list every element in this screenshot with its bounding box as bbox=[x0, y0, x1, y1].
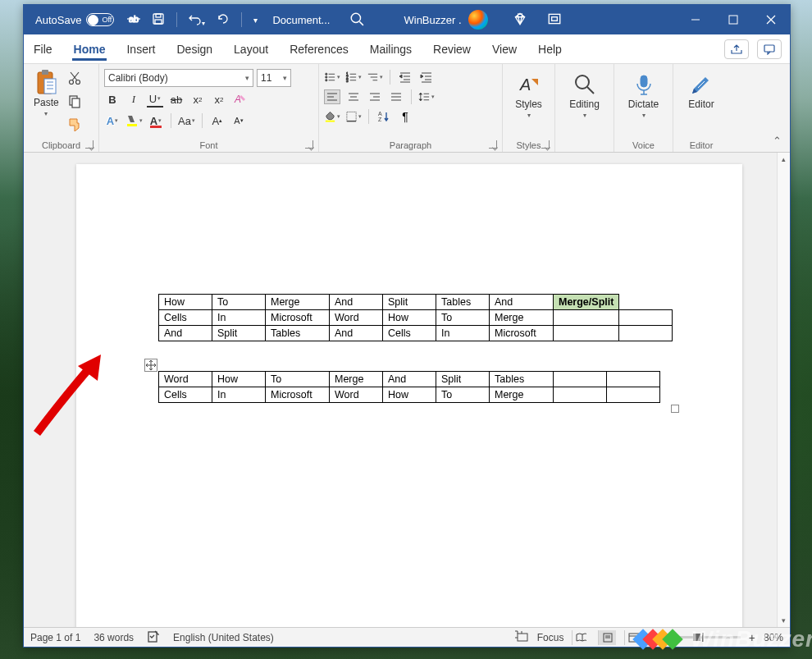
toggle-switch[interactable]: Off bbox=[86, 13, 114, 26]
table-row[interactable]: HowToMergeAndSplitTablesAndMerge/Split bbox=[159, 295, 673, 310]
clear-formatting-button[interactable]: A bbox=[232, 91, 249, 108]
font-color-button[interactable]: A bbox=[148, 112, 164, 129]
document-table-1[interactable]: HowToMergeAndSplitTablesAndMerge/Split C… bbox=[158, 294, 673, 341]
title-bar: AutoSave Off ab ▾ ▾ Document... WinBuzze… bbox=[24, 5, 790, 34]
sort-button[interactable]: AZ bbox=[376, 109, 392, 124]
table-row[interactable]: WordHowToMergeAndSplitTables bbox=[159, 372, 660, 387]
svg-point-29 bbox=[326, 76, 327, 78]
table-row[interactable]: CellsInMicrosoftWordHowToMerge bbox=[159, 310, 673, 326]
qat-dropdown-icon[interactable]: ▾ bbox=[253, 16, 258, 25]
redo-icon[interactable] bbox=[217, 12, 230, 28]
group-editor: Editor Editor bbox=[673, 64, 729, 152]
save-icon[interactable] bbox=[152, 12, 165, 28]
read-mode-icon[interactable] bbox=[572, 630, 590, 645]
dialog-launcher[interactable] bbox=[489, 140, 497, 149]
tab-review[interactable]: Review bbox=[431, 38, 472, 61]
ribbon-tabs: File Home Insert Design Layout Reference… bbox=[24, 34, 790, 64]
table-resize-handle[interactable] bbox=[671, 405, 679, 413]
cut-icon[interactable] bbox=[67, 71, 82, 89]
font-size-combo[interactable]: 11 bbox=[257, 69, 291, 87]
subscript-button[interactable]: x2 bbox=[189, 91, 206, 108]
format-painter-icon[interactable] bbox=[67, 117, 82, 135]
dialog-launcher[interactable] bbox=[85, 140, 94, 149]
editing-button[interactable]: Editing ▾ bbox=[560, 67, 609, 119]
search-icon[interactable] bbox=[349, 11, 364, 29]
align-right-button[interactable] bbox=[367, 89, 383, 104]
page[interactable]: HowToMergeAndSplitTablesAndMerge/Split C… bbox=[76, 164, 742, 627]
text-effects-button[interactable]: A bbox=[104, 112, 121, 129]
svg-rect-15 bbox=[42, 70, 48, 75]
align-center-button[interactable] bbox=[345, 89, 362, 104]
numbering-button[interactable]: 123 bbox=[345, 70, 362, 85]
table-move-handle[interactable] bbox=[144, 359, 157, 372]
svg-rect-3 bbox=[156, 14, 161, 17]
dialog-launcher[interactable] bbox=[305, 140, 313, 149]
language-status[interactable]: English (United States) bbox=[173, 632, 274, 643]
change-case-button[interactable]: Aa bbox=[178, 112, 195, 129]
strikethrough-button[interactable]: ab bbox=[168, 91, 185, 108]
table-row[interactable]: AndSplitTablesAndCellsInMicrosoft bbox=[159, 326, 673, 341]
dialog-launcher[interactable] bbox=[541, 140, 550, 149]
decrease-indent-button[interactable] bbox=[397, 70, 413, 85]
table-row[interactable]: CellsInMicrosoftWordHowToMerge bbox=[159, 387, 660, 403]
vertical-scrollbar[interactable]: ▴ ▾ bbox=[777, 153, 790, 627]
spellcheck-icon[interactable] bbox=[147, 629, 160, 645]
bold-button[interactable]: B bbox=[104, 91, 121, 108]
ribbon: Paste ▾ Clipboard Calibri (Body) 11 B I bbox=[24, 64, 790, 153]
tab-view[interactable]: View bbox=[490, 38, 518, 61]
svg-text:A: A bbox=[519, 76, 531, 94]
tab-help[interactable]: Help bbox=[536, 38, 563, 61]
styles-button[interactable]: A Styles ▾ bbox=[508, 67, 550, 119]
scroll-down-icon[interactable]: ▾ bbox=[778, 614, 790, 627]
collapse-ribbon-icon[interactable]: ⌃ bbox=[773, 135, 782, 147]
user-account[interactable]: WinBuzzer . bbox=[404, 10, 487, 30]
align-left-button[interactable] bbox=[324, 89, 340, 104]
multilevel-button[interactable] bbox=[367, 70, 383, 85]
shrink-font-button[interactable]: A▾ bbox=[230, 112, 247, 129]
focus-mode[interactable]: Focus bbox=[537, 632, 564, 643]
tab-insert[interactable]: Insert bbox=[125, 38, 157, 61]
comments-button[interactable] bbox=[757, 39, 782, 59]
strikethrough-icon[interactable]: ab bbox=[127, 12, 140, 28]
tab-mailings[interactable]: Mailings bbox=[368, 38, 413, 61]
scroll-up-icon[interactable]: ▴ bbox=[778, 153, 790, 166]
undo-icon[interactable]: ▾ bbox=[189, 12, 205, 28]
italic-button[interactable]: I bbox=[125, 91, 142, 108]
minimize-button[interactable] bbox=[677, 5, 714, 34]
shading-button[interactable] bbox=[324, 109, 340, 124]
autosave-toggle[interactable]: AutoSave Off bbox=[35, 13, 114, 26]
close-button[interactable] bbox=[752, 5, 790, 34]
tab-file[interactable]: File bbox=[32, 38, 54, 61]
paste-button[interactable]: Paste ▾ bbox=[29, 67, 64, 119]
tab-layout[interactable]: Layout bbox=[232, 38, 270, 61]
page-count[interactable]: Page 1 of 1 bbox=[30, 632, 80, 643]
justify-button[interactable] bbox=[388, 89, 404, 104]
word-count[interactable]: 36 words bbox=[94, 632, 134, 643]
highlight-button[interactable] bbox=[125, 112, 143, 129]
share-button[interactable] bbox=[724, 39, 749, 59]
increase-indent-button[interactable] bbox=[418, 70, 435, 85]
maximize-button[interactable] bbox=[714, 5, 752, 34]
group-editing: Editing ▾ bbox=[555, 64, 614, 152]
dictate-button[interactable]: Dictate ▾ bbox=[619, 67, 668, 119]
bullets-button[interactable] bbox=[324, 70, 340, 85]
display-settings-icon[interactable] bbox=[514, 630, 529, 644]
tab-design[interactable]: Design bbox=[175, 38, 214, 61]
svg-line-22 bbox=[72, 72, 79, 80]
tab-home[interactable]: Home bbox=[72, 38, 107, 61]
superscript-button[interactable]: x2 bbox=[211, 91, 227, 108]
document-area[interactable]: HowToMergeAndSplitTablesAndMerge/Split C… bbox=[24, 153, 790, 627]
borders-button[interactable] bbox=[345, 109, 362, 124]
grow-font-button[interactable]: A▴ bbox=[209, 112, 226, 129]
tab-references[interactable]: References bbox=[288, 38, 350, 61]
font-name-combo[interactable]: Calibri (Body) bbox=[104, 69, 253, 87]
underline-button[interactable]: U bbox=[147, 91, 163, 108]
show-hide-button[interactable]: ¶ bbox=[397, 109, 413, 124]
diamond-icon[interactable] bbox=[513, 11, 527, 29]
app-mode-icon[interactable] bbox=[547, 11, 562, 29]
print-layout-icon[interactable] bbox=[598, 630, 616, 645]
document-table-2[interactable]: WordHowToMergeAndSplitTables CellsInMicr… bbox=[158, 371, 660, 403]
line-spacing-button[interactable] bbox=[418, 89, 435, 104]
editor-button[interactable]: Editor bbox=[678, 67, 724, 110]
copy-icon[interactable] bbox=[67, 94, 82, 112]
